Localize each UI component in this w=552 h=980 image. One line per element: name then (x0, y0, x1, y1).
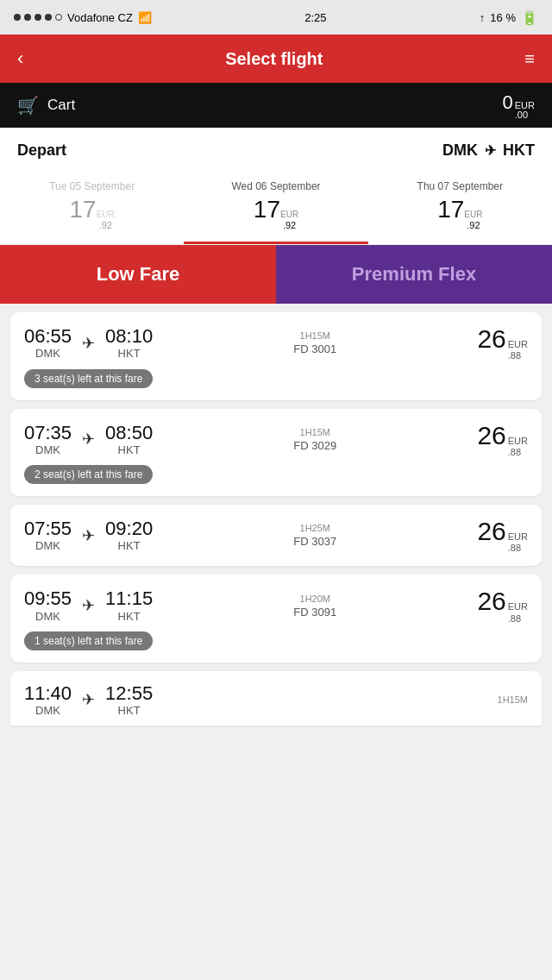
price-val-0: 26 (477, 324, 505, 354)
flight-card-0[interactable]: 06:55 DMK ✈ 08:10 HKT 1H15M FD 3001 26 E… (10, 312, 542, 399)
depart-block-1: 07:35 DMK (24, 423, 72, 456)
arrive-time-1: 08:50 (105, 423, 153, 443)
fare-toggle: Low Fare Premium Flex (0, 245, 552, 304)
arrive-block-1: 08:50 HKT (105, 423, 153, 456)
arrive-airport-0: HKT (105, 347, 153, 360)
flight-price-2: 26 EUR .88 (477, 517, 528, 554)
arrive-block-2: 09:20 HKT (105, 518, 153, 552)
dot-1 (14, 14, 21, 21)
price-eur-1: EUR .88 (508, 436, 528, 458)
flight-times-3: 09:55 DMK ✈ 11:15 HKT (24, 588, 153, 622)
flight-info-2: 1H25M FD 3037 (293, 523, 336, 548)
date-dec-2: EUR .92 (464, 210, 482, 231)
price-eur-2: EUR .88 (508, 531, 528, 554)
route-arrow-icon: ✈ (485, 142, 496, 159)
date-dec-1: EUR .92 (280, 210, 298, 231)
destination-airport: HKT (503, 141, 535, 160)
plane-icon-1: ✈ (82, 430, 95, 449)
plane-icon-3: ✈ (82, 596, 95, 615)
dot-3 (34, 14, 41, 21)
flight-main-2: 07:55 DMK ✈ 09:20 HKT 1H25M FD 3037 26 E… (24, 517, 528, 554)
depart-airport-1: DMK (24, 443, 72, 456)
back-button[interactable]: ‹ (17, 47, 23, 70)
flight-card-3[interactable]: 09:55 DMK ✈ 11:15 HKT 1H20M FD 3091 26 E… (10, 575, 542, 662)
flight-main-partial: 11:40 DMK ✈ 12:55 HKT 1H15M (24, 683, 528, 717)
flight-times-2: 07:55 DMK ✈ 09:20 HKT (24, 518, 153, 552)
flight-price-1: 26 EUR .88 (477, 421, 528, 458)
signal-dots (14, 14, 62, 21)
battery-percent: 16 % (490, 11, 516, 24)
price-val-1: 26 (477, 421, 505, 450)
depart-label: Depart (17, 141, 66, 160)
cart-bar: 🛒 Cart 0 EUR .00 (0, 83, 552, 128)
price-val-2: 26 (477, 517, 505, 546)
status-bar: Vodafone CZ 📶 2:25 ↑ 16 % 🔋 (0, 0, 552, 35)
flight-main-3: 09:55 DMK ✈ 11:15 HKT 1H20M FD 3091 26 E… (24, 587, 528, 624)
status-right: ↑ 16 % 🔋 (480, 9, 538, 26)
location-icon: ↑ (480, 11, 486, 24)
flight-times-1: 07:35 DMK ✈ 08:50 HKT (24, 423, 153, 456)
flight-card-partial[interactable]: 11:40 DMK ✈ 12:55 HKT 1H15M (10, 671, 542, 726)
depart-time-0: 06:55 (24, 326, 72, 347)
flight-num-1: FD 3029 (293, 439, 336, 452)
duration-partial: 1H15M (498, 694, 528, 705)
flight-num-0: FD 3001 (293, 342, 336, 355)
flight-main-0: 06:55 DMK ✈ 08:10 HKT 1H15M FD 3001 26 E… (24, 324, 528, 361)
cart-icon: 🛒 (17, 95, 39, 116)
menu-button[interactable]: ≡ (524, 49, 535, 69)
dot-4 (45, 14, 52, 21)
flight-info-partial: 1H15M (498, 694, 528, 705)
duration-3: 1H20M (293, 594, 336, 604)
time-display: 2:25 (304, 11, 326, 24)
arrive-airport-2: HKT (105, 539, 153, 552)
cart-currency: EUR .00 (515, 101, 535, 120)
flight-num-2: FD 3037 (293, 535, 336, 548)
flight-card-1[interactable]: 07:35 DMK ✈ 08:50 HKT 1H15M FD 3029 26 E… (10, 409, 542, 496)
nav-bar: ‹ Select flight ≡ (0, 35, 552, 83)
seats-badge-1: 2 seat(s) left at this fare (24, 458, 528, 484)
flights-list: 06:55 DMK ✈ 08:10 HKT 1H15M FD 3001 26 E… (0, 304, 552, 734)
flight-price-3: 26 EUR .88 (477, 587, 528, 624)
arrive-time-2: 09:20 (105, 518, 153, 539)
date-label-0: Tue 05 September (5, 180, 179, 192)
date-label-1: Wed 06 September (189, 180, 362, 192)
cart-amount-value: 0 (503, 91, 513, 114)
depart-airport-3: DMK (24, 610, 72, 623)
plane-icon-0: ✈ (82, 334, 95, 353)
date-item-2[interactable]: Thu 07 September 17 EUR .92 (368, 168, 552, 244)
dot-5 (55, 14, 62, 21)
price-eur-0: EUR .88 (508, 339, 528, 361)
date-item-0[interactable]: Tue 05 September 17 EUR .92 (0, 168, 184, 244)
arrive-time-partial: 12:55 (105, 683, 153, 704)
depart-airport-0: DMK (24, 347, 72, 360)
arrive-block-partial: 12:55 HKT (105, 683, 153, 717)
date-price-0: 17 EUR .92 (5, 196, 179, 231)
arrive-airport-partial: HKT (105, 704, 153, 717)
flight-price-0: 26 EUR .88 (477, 324, 528, 361)
depart-time-3: 09:55 (24, 588, 72, 609)
duration-0: 1H15M (293, 330, 336, 341)
status-left: Vodafone CZ 📶 (14, 11, 152, 24)
premium-flex-button[interactable]: Premium Flex (276, 245, 552, 304)
flight-info-0: 1H15M FD 3001 (293, 330, 336, 355)
date-label-2: Thu 07 September (373, 180, 547, 192)
depart-block-partial: 11:40 DMK (24, 683, 72, 717)
flight-card-2[interactable]: 07:55 DMK ✈ 09:20 HKT 1H25M FD 3037 26 E… (10, 505, 542, 566)
flight-main-1: 07:35 DMK ✈ 08:50 HKT 1H15M FD 3029 26 E… (24, 421, 528, 458)
battery-icon: 🔋 (521, 9, 538, 26)
dot-2 (24, 14, 31, 21)
arrive-block-3: 11:15 HKT (105, 588, 153, 622)
depart-time-1: 07:35 (24, 423, 72, 443)
low-fare-button[interactable]: Low Fare (0, 245, 276, 304)
depart-block-3: 09:55 DMK (24, 588, 72, 622)
arrive-airport-3: HKT (105, 610, 153, 623)
cart-label-group: 🛒 Cart (17, 95, 75, 116)
carrier-label: Vodafone CZ (67, 11, 133, 24)
depart-block-2: 07:55 DMK (24, 518, 72, 552)
date-item-1[interactable]: Wed 06 September 17 EUR .92 (184, 168, 367, 244)
date-price-1: 17 EUR .92 (189, 196, 362, 231)
flight-info-1: 1H15M FD 3029 (293, 427, 336, 452)
wifi-icon: 📶 (138, 11, 152, 24)
depart-airport-partial: DMK (24, 704, 72, 717)
arrive-time-3: 11:15 (105, 588, 153, 609)
